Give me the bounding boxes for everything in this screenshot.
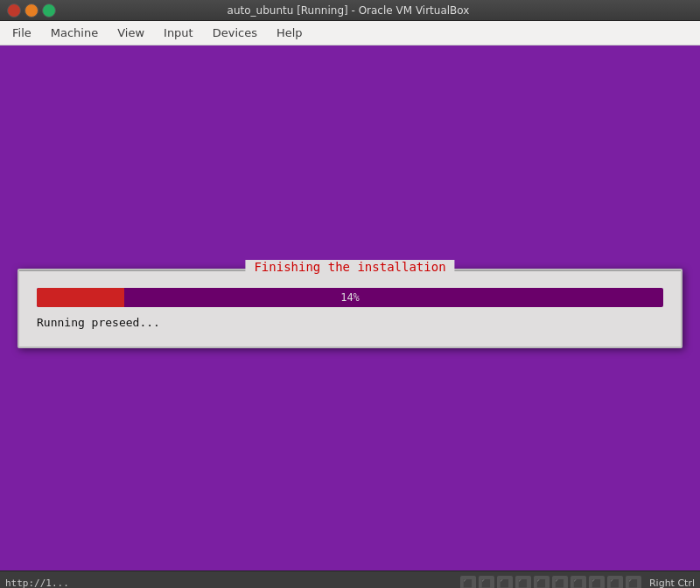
display-icon[interactable]: ⬛ bbox=[534, 576, 550, 589]
menu-file[interactable]: File bbox=[4, 23, 40, 43]
window-title: auto_ubuntu [Running] - Oracle VM Virtua… bbox=[56, 4, 640, 17]
close-button[interactable] bbox=[7, 4, 21, 18]
maximize-button[interactable] bbox=[42, 4, 56, 18]
menubar: File Machine View Input Devices Help bbox=[0, 21, 700, 46]
menu-view[interactable]: View bbox=[108, 23, 153, 43]
keyboard-icon[interactable]: ⬛ bbox=[607, 576, 623, 589]
disk-icon[interactable]: ⬛ bbox=[570, 576, 586, 589]
statusbar-icons: ⬛ ⬛ ⬛ ⬛ ⬛ ⬛ ⬛ ⬛ ⬛ ⬛ Right Ctrl bbox=[460, 576, 695, 589]
statusbar: http://1... ⬛ ⬛ ⬛ ⬛ ⬛ ⬛ ⬛ ⬛ ⬛ ⬛ Right Ct… bbox=[0, 570, 700, 588]
audio-icon[interactable]: ⬛ bbox=[515, 576, 531, 589]
dialog-title: Finishing the installation bbox=[245, 260, 454, 274]
status-text: Running preseed... bbox=[37, 316, 663, 329]
installation-dialog: Finishing the installation 14% Running p… bbox=[18, 269, 682, 348]
menu-machine[interactable]: Machine bbox=[42, 23, 107, 43]
progress-bar-fill bbox=[37, 288, 124, 307]
progress-bar-container: 14% bbox=[37, 288, 663, 307]
mouse-icon[interactable]: ⬛ bbox=[626, 576, 641, 589]
monitor-icon[interactable]: ⬛ bbox=[460, 576, 476, 589]
camera-icon[interactable]: ⬛ bbox=[589, 576, 605, 589]
statusbar-url: http://1... bbox=[5, 578, 69, 588]
menu-devices[interactable]: Devices bbox=[204, 23, 266, 43]
folder-icon[interactable]: ⬛ bbox=[552, 576, 568, 589]
menu-input[interactable]: Input bbox=[155, 23, 202, 43]
right-ctrl-label: Right Ctrl bbox=[649, 578, 695, 588]
titlebar: auto_ubuntu [Running] - Oracle VM Virtua… bbox=[0, 0, 700, 21]
window-controls[interactable] bbox=[7, 4, 56, 18]
usb-icon[interactable]: ⬛ bbox=[497, 576, 513, 589]
progress-label: 14% bbox=[340, 291, 360, 304]
network-icon[interactable]: ⬛ bbox=[479, 576, 494, 589]
minimize-button[interactable] bbox=[24, 4, 38, 18]
vm-display-area[interactable]: Finishing the installation 14% Running p… bbox=[0, 46, 700, 570]
menu-help[interactable]: Help bbox=[268, 23, 312, 43]
